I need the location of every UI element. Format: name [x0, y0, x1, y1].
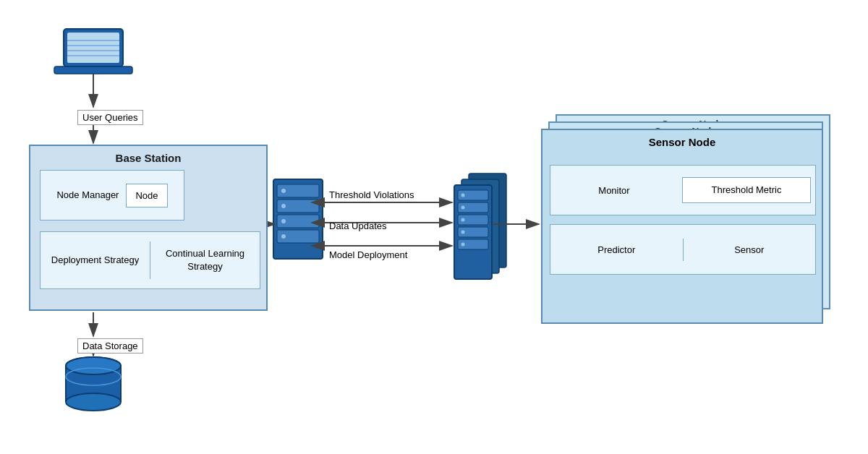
svg-rect-3 [67, 33, 119, 63]
svg-rect-24 [454, 185, 492, 279]
svg-point-21 [281, 234, 286, 239]
svg-point-18 [281, 189, 286, 193]
svg-rect-26 [458, 202, 488, 213]
sensor-component-box: Sensor [683, 239, 816, 261]
svg-point-19 [281, 204, 286, 208]
svg-point-20 [281, 219, 286, 223]
base-station-title: Base Station [29, 146, 268, 164]
threshold-metric-box: Threshold Metric [682, 177, 811, 203]
svg-rect-4 [54, 67, 132, 74]
deployment-strategy-box: Deployment Strategy [41, 248, 150, 273]
svg-point-31 [461, 206, 465, 210]
svg-rect-28 [458, 227, 488, 237]
node-box: Node [126, 184, 167, 207]
model-deployment-label: Model Deployment [329, 249, 407, 260]
user-queries-label: User Queries [77, 110, 143, 125]
svg-rect-27 [458, 215, 488, 225]
svg-rect-41 [66, 366, 121, 402]
svg-point-30 [461, 194, 465, 197]
threshold-violations-label: Threshold Violations [329, 189, 414, 200]
node-manager-label: Node Manager [56, 189, 119, 202]
strategy-row: Deployment Strategy Continual Learning S… [40, 231, 260, 289]
svg-rect-14 [277, 184, 319, 197]
sensor-inner-top: Monitor Threshold Metric [550, 165, 816, 215]
sensor-inner-bottom: Predictor Sensor [550, 224, 816, 275]
svg-rect-23 [461, 179, 499, 273]
svg-rect-22 [469, 174, 506, 267]
svg-point-46 [66, 368, 121, 385]
node-manager-area: Node Manager Node [40, 170, 184, 220]
predictor-box: Predictor [550, 239, 683, 261]
data-storage-label: Data Storage [77, 338, 143, 354]
svg-point-34 [461, 243, 465, 247]
continual-learning-box: Continual Learning Strategy [150, 241, 260, 279]
sensor-node-front: Sensor Node Monitor Threshold Metric Pre… [541, 129, 823, 324]
svg-point-33 [461, 231, 465, 234]
svg-point-40 [66, 357, 121, 374]
svg-rect-2 [64, 29, 123, 67]
svg-point-32 [461, 218, 465, 222]
sensor-node-front-title: Sensor Node [542, 130, 822, 153]
svg-point-44 [66, 393, 121, 411]
svg-rect-25 [458, 190, 488, 200]
svg-rect-13 [273, 179, 323, 259]
svg-rect-29 [458, 239, 488, 249]
data-updates-label: Data Updates [329, 220, 387, 231]
user-queries-text: User Queries [82, 112, 138, 123]
monitor-box: Monitor [550, 179, 678, 202]
svg-rect-16 [277, 215, 319, 228]
diagram-container: User Queries Base Station Node Manager N… [0, 0, 868, 454]
svg-point-45 [66, 357, 121, 374]
data-storage-text: Data Storage [82, 340, 138, 351]
svg-rect-17 [277, 230, 319, 243]
svg-rect-15 [277, 200, 319, 213]
